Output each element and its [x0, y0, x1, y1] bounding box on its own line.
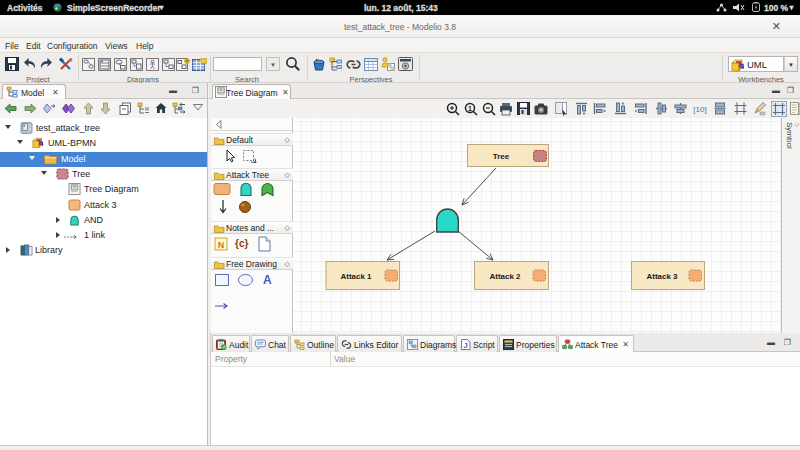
svg-text:N: N	[218, 240, 225, 250]
svg-text:Tree: Tree	[493, 152, 510, 161]
svg-text:Attack 2: Attack 2	[489, 272, 521, 281]
svg-text:Attack 3: Attack 3	[646, 272, 678, 281]
svg-text:1: 1	[468, 105, 472, 112]
svg-text:Attack 1: Attack 1	[340, 272, 372, 281]
svg-text:J: J	[463, 341, 467, 350]
svg-text:[10]: [10]	[693, 105, 706, 114]
